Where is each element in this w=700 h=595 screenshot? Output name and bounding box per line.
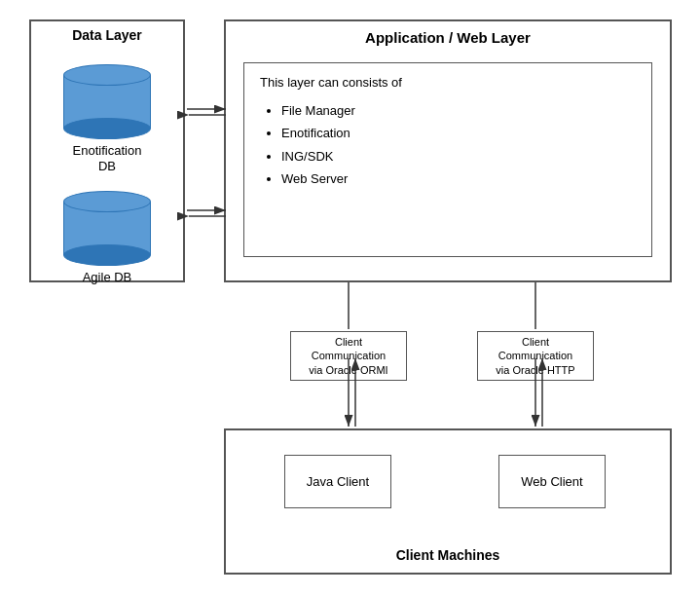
app-inner-content-box: This layer can consists of File Manager … (243, 62, 652, 257)
java-client-box: Java Client (284, 455, 391, 508)
connector-label-left: Client Communication via Oracle ORMI (290, 331, 407, 381)
client-machines-title: Client Machines (226, 547, 670, 563)
app-inner-list: File Manager Enotification ING/SDK Web S… (260, 99, 636, 191)
data-layer-title: Data Layer (31, 21, 183, 47)
list-item: ING/SDK (281, 145, 636, 167)
db1-ellipse-bottom (63, 118, 151, 139)
agile-db-cylinder (63, 191, 151, 266)
app-inner-intro: This layer can consists of (260, 75, 636, 90)
app-layer-title: Application / Web Layer (226, 21, 670, 52)
diagram-container: Data Layer Enotification DB Agile DB App… (0, 0, 700, 595)
web-client-box: Web Client (498, 455, 606, 508)
client-machines-box: Java Client Web Client Client Machines (224, 428, 672, 575)
db2-ellipse-bottom (63, 244, 151, 266)
list-item: File Manager (281, 99, 636, 122)
db1-ellipse-top (63, 64, 151, 86)
enotification-db-cylinder (63, 64, 151, 139)
list-item: Web Server (281, 167, 636, 190)
data-layer-box: Data Layer Enotification DB Agile DB (29, 19, 185, 282)
list-item: Enotification (281, 122, 636, 144)
db1-label: Enotification DB (31, 143, 183, 173)
connector-label-right: Client Communication via Oracle HTTP (477, 331, 594, 381)
db2-label: Agile DB (31, 270, 183, 285)
app-layer-box: Application / Web Layer This layer can c… (224, 19, 672, 282)
